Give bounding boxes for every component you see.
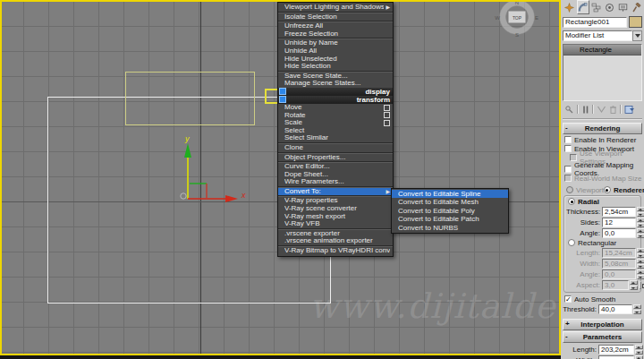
aspect-lock-button[interactable] <box>640 281 641 289</box>
submenu-item-editable-spline[interactable]: Convert to Editable Spline <box>392 190 508 198</box>
modifier-list-value: Modifier List <box>563 30 632 41</box>
menu-item-convert-to[interactable]: Convert To:▶ <box>278 188 393 196</box>
collapse-minus-icon: - <box>565 332 568 340</box>
parameters-width-input[interactable] <box>598 355 634 359</box>
stack-item-rectangle[interactable]: Rectangle <box>564 45 641 56</box>
menu-item-freeze-selection[interactable]: Freeze Selection <box>278 30 393 38</box>
quad-blue-square-icon <box>279 96 286 103</box>
transform-gizmo[interactable]: y x <box>174 132 255 208</box>
rollout-header-interpolation[interactable]: +Interpolation <box>563 319 642 330</box>
menu-item-vrscene-animation-exporter[interactable]: .vrscene animation exporter <box>278 237 393 245</box>
menu-item-rotate[interactable]: Rotate <box>278 112 393 120</box>
modifier-list-dropdown[interactable]: Modifier List <box>563 30 642 41</box>
object-color-swatch[interactable] <box>629 16 642 28</box>
angle-row: Angle: 0,0 <box>566 227 640 238</box>
menu-item-vray-mesh-export[interactable]: V-Ray mesh export <box>278 213 393 221</box>
menu-item-wire-parameters[interactable]: Wire Parameters... <box>278 178 393 186</box>
menu-item-isolate-selection[interactable]: Isolate Selection <box>278 13 393 21</box>
settings-box-icon[interactable] <box>384 105 390 111</box>
generate-mapping-checkbox[interactable] <box>564 166 572 173</box>
rollout-header-rendering[interactable]: -Rendering <box>563 123 642 134</box>
menu-item-unhide-all[interactable]: Unhide All <box>278 47 393 56</box>
menu-item-clone[interactable]: Clone <box>278 144 393 152</box>
radial-radio-row: Radial <box>566 197 640 206</box>
dropdown-button[interactable] <box>632 30 642 41</box>
menu-item-vray-vfb[interactable]: V-Ray VFB <box>278 220 393 228</box>
length-row: Length: 15,24cm <box>566 247 640 258</box>
threshold-row: Threshold: 40,0 <box>563 303 642 314</box>
gizmo-x-label: x <box>241 191 246 200</box>
enable-in-renderer-checkbox[interactable] <box>564 136 572 143</box>
menu-item-viewport-lighting[interactable]: Viewport Lighting and Shadows▶ <box>278 4 393 12</box>
viewcube[interactable]: TOP N W E S <box>488 0 546 39</box>
command-panel: Rectangle001 Modifier List Rectangle -Re… <box>561 0 644 359</box>
auto-smooth-checkbox[interactable]: ✓ <box>564 295 572 303</box>
submenu-arrow-icon: ▶ <box>386 4 390 12</box>
rectangular-radio[interactable] <box>568 239 575 246</box>
modifier-stack[interactable]: Rectangle <box>563 44 642 101</box>
menu-item-select[interactable]: Select <box>278 127 393 135</box>
menu-item-object-properties[interactable]: Object Properties... <box>278 154 393 162</box>
thickness-row: Thickness: 2,54cm <box>566 206 640 217</box>
menu-item-move[interactable]: Move <box>278 104 393 112</box>
configure-modifier-sets-icon[interactable] <box>624 105 635 115</box>
menu-item-dope-sheet[interactable]: Dope Sheet... <box>278 171 393 179</box>
tab-create[interactable] <box>564 0 576 14</box>
parameters-width-spinner[interactable] <box>635 355 643 359</box>
quad-label-display[interactable]: display <box>278 88 393 96</box>
tab-modify[interactable] <box>577 0 589 14</box>
renderer-radio[interactable] <box>604 186 611 193</box>
threshold-input[interactable]: 40,0 <box>598 304 632 314</box>
enable-in-renderer-row: Enable In Renderer <box>563 135 642 144</box>
make-unique-icon[interactable] <box>597 105 606 115</box>
submenu-item-editable-patch[interactable]: Convert to Editable Patch <box>392 215 508 223</box>
threshold-spinner[interactable] <box>633 304 641 314</box>
submenu-item-nurbs[interactable]: Convert to NURBS <box>392 224 508 232</box>
settings-box-icon[interactable] <box>384 120 390 126</box>
radial-rectangular-group: Radial Thickness: 2,54cm Sides: 12 Angle… <box>564 195 641 293</box>
toolbar-separator <box>592 105 594 114</box>
menu-item-select-similar[interactable]: Select Similar <box>278 134 393 142</box>
use-viewport-settings-checkbox <box>570 154 577 161</box>
tab-display[interactable] <box>616 0 629 14</box>
show-end-result-icon[interactable] <box>581 105 589 115</box>
menu-item-vray-properties[interactable]: V-Ray properties <box>278 197 393 205</box>
tab-hierarchy[interactable] <box>590 0 603 14</box>
submenu-item-editable-poly[interactable]: Convert to Editable Poly <box>392 207 508 215</box>
remove-modifier-icon[interactable] <box>609 105 617 115</box>
object-name-input[interactable]: Rectangle001 <box>563 17 627 28</box>
sides-input[interactable]: 12 <box>602 218 636 227</box>
collapse-minus-icon: - <box>565 124 568 132</box>
pin-stack-icon[interactable] <box>564 105 574 115</box>
menu-item-save-scene-state[interactable]: Save Scene State... <box>278 73 393 81</box>
angle-input[interactable]: 0,0 <box>602 228 636 238</box>
generate-mapping-row: Generate Mapping Coords. <box>563 165 642 174</box>
menu-item-unfreeze-all[interactable]: Unfreeze All <box>278 22 393 30</box>
thickness-spinner[interactable] <box>637 207 644 217</box>
menu-item-curve-editor[interactable]: Curve Editor... <box>278 163 393 171</box>
parameters-length-input[interactable]: 203,2cm <box>598 345 634 355</box>
menu-item-scale[interactable]: Scale <box>278 119 393 127</box>
menu-item-vray-scene-converter[interactable]: V-Ray scene converter <box>278 205 393 213</box>
sides-spinner[interactable] <box>637 218 644 227</box>
menu-item-hide-unselected[interactable]: Hide Unselected <box>278 56 393 64</box>
rectangle-spline[interactable] <box>125 72 255 125</box>
expand-plus-icon: + <box>565 320 570 328</box>
toolbar-separator <box>620 105 622 114</box>
thickness-input[interactable]: 2,54cm <box>602 207 636 217</box>
angle-spinner[interactable] <box>637 228 644 238</box>
menu-item-hide-selection[interactable]: Hide Selection <box>278 63 393 71</box>
quad-label-transform[interactable]: transform <box>278 96 393 104</box>
menu-item-unhide-by-name[interactable]: Unhide by Name <box>278 39 393 47</box>
tab-utilities[interactable] <box>630 0 642 14</box>
rollout-header-parameters[interactable]: -Parameters <box>563 331 642 343</box>
menu-item-vrscene-exporter[interactable]: .vrscene exporter <box>278 230 393 238</box>
menu-item-manage-scene-states[interactable]: Manage Scene States... <box>278 80 393 88</box>
parameters-length-spinner[interactable] <box>635 345 643 355</box>
settings-box-icon[interactable] <box>384 112 390 118</box>
tab-motion[interactable] <box>603 0 615 14</box>
submenu-item-editable-mesh[interactable]: Convert to Editable Mesh <box>392 198 508 206</box>
enable-in-viewport-checkbox[interactable] <box>564 145 572 152</box>
radial-radio[interactable] <box>568 198 575 205</box>
menu-item-vray-bitmap-converter[interactable]: V-Ray Bitmap to VRayHDRI converter <box>278 247 393 255</box>
